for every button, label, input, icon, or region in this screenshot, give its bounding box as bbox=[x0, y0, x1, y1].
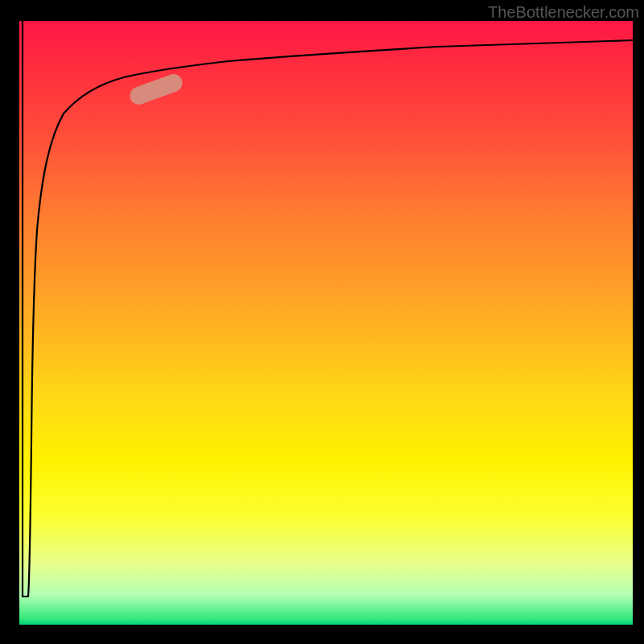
watermark-text: TheBottlenecker.com bbox=[488, 3, 639, 22]
bottleneck-curve bbox=[19, 21, 633, 625]
